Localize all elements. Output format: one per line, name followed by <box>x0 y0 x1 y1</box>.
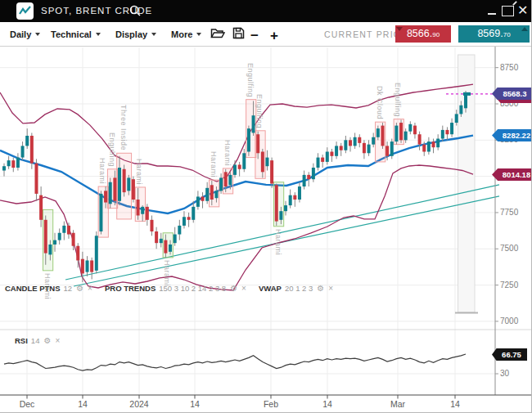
candle-body <box>441 130 444 139</box>
candle-body <box>178 226 181 235</box>
candle-body <box>155 231 158 243</box>
chevron-down-icon <box>96 33 101 36</box>
candle-body <box>455 114 458 123</box>
candle-body <box>99 194 102 231</box>
daily-menu[interactable]: Daily <box>10 22 40 46</box>
candle-body <box>432 141 435 147</box>
gear-icon[interactable]: ⚙ <box>76 284 83 293</box>
candle-body <box>39 195 43 220</box>
gear-icon[interactable]: ⚙ <box>317 284 324 293</box>
save-icon[interactable] <box>232 27 245 42</box>
candle-body <box>238 164 241 168</box>
chevron-down-icon <box>151 33 156 36</box>
candle-body <box>404 132 408 141</box>
candle-body <box>81 259 84 274</box>
close-icon[interactable]: × <box>55 336 60 345</box>
candle-body <box>169 245 172 252</box>
candle-body <box>312 168 315 179</box>
candle-body <box>256 134 259 153</box>
close-window-icon[interactable]: ✕ <box>517 2 528 20</box>
candle-body <box>141 207 144 214</box>
candle-body <box>113 177 116 200</box>
minimize-icon[interactable] <box>488 13 496 15</box>
candle-body <box>376 128 380 137</box>
candle-body <box>270 160 273 183</box>
candle-body <box>123 169 126 192</box>
candle-body <box>205 188 209 201</box>
price-down-arrow-icon <box>396 27 403 31</box>
candle-body <box>44 220 47 254</box>
candle-body <box>210 185 214 200</box>
candle-body <box>109 182 112 204</box>
candle-body <box>340 146 343 150</box>
candle-body <box>150 220 153 231</box>
legend-vwap: VWAP <box>259 284 282 293</box>
close-icon[interactable]: × <box>328 284 333 293</box>
candle-body <box>21 146 25 157</box>
candle-body <box>201 196 205 200</box>
candle-body <box>228 175 232 185</box>
candle-body <box>284 205 287 211</box>
candle-body <box>344 140 347 150</box>
candle-body <box>132 179 135 200</box>
candle-body <box>242 153 246 168</box>
zoom-out-icon[interactable]: − <box>250 29 259 43</box>
candle-body <box>445 130 449 134</box>
candle-body <box>261 151 264 172</box>
gear-icon[interactable]: ⚙ <box>230 284 237 293</box>
popout-icon[interactable] <box>502 6 514 16</box>
candle-body <box>363 143 366 153</box>
candle-body <box>127 177 130 191</box>
candle-body <box>372 137 375 145</box>
candle-body <box>252 115 255 132</box>
candle-body <box>399 123 403 140</box>
candle-body <box>293 195 296 200</box>
candle-body <box>335 146 338 155</box>
close-icon[interactable]: × <box>88 284 92 293</box>
search-icon[interactable] <box>128 4 142 17</box>
candle-body <box>11 160 15 168</box>
toolbar: Daily Technical Display More − + CURRENT… <box>0 22 532 47</box>
candle-body <box>422 145 426 152</box>
technical-menu[interactable]: Technical <box>51 22 101 46</box>
candle-body <box>390 141 394 156</box>
candle-body <box>53 240 56 245</box>
candle-body <box>354 137 357 146</box>
candle-body <box>34 164 38 194</box>
candle-body <box>146 207 149 220</box>
candle-body <box>95 236 98 271</box>
more-menu[interactable]: More <box>171 22 201 46</box>
candle-body <box>394 126 398 141</box>
open-folder-icon[interactable] <box>210 27 225 42</box>
candle-body <box>427 141 431 151</box>
trading-chart-window: 8750850082508000775075007250700030Dec142… <box>0 0 532 413</box>
candle-body <box>298 186 301 200</box>
chevron-down-icon <box>35 33 40 36</box>
candle-body <box>76 246 79 261</box>
candle-body <box>385 146 389 155</box>
candle-body <box>307 175 310 179</box>
candle-body <box>224 172 228 186</box>
zoom-in-icon[interactable]: + <box>270 29 278 43</box>
candle-body <box>219 177 223 191</box>
rsi-legend-row: RSI 14 ⚙ × <box>15 336 64 345</box>
candle-body <box>48 245 52 254</box>
candle-body <box>62 226 65 233</box>
candle-body <box>192 207 195 220</box>
display-menu[interactable]: Display <box>115 22 156 46</box>
legend-candle-ptns: CANDLE PTNS <box>5 284 61 293</box>
gear-icon[interactable]: ⚙ <box>43 336 51 345</box>
candle-body <box>174 235 177 244</box>
price-chart-canvas[interactable] <box>0 0 532 413</box>
ask-price-badge: 8569.70 <box>458 25 530 43</box>
current-tick-mark <box>463 92 471 96</box>
candle-body <box>413 126 417 135</box>
candle-body <box>233 164 237 174</box>
price-up-arrow-icon <box>521 27 528 31</box>
candle-body <box>289 195 292 205</box>
close-icon[interactable]: × <box>241 284 246 293</box>
candle-body <box>72 233 75 246</box>
candle-body <box>58 233 61 240</box>
candle-body <box>436 139 440 148</box>
candle-body <box>187 217 191 220</box>
